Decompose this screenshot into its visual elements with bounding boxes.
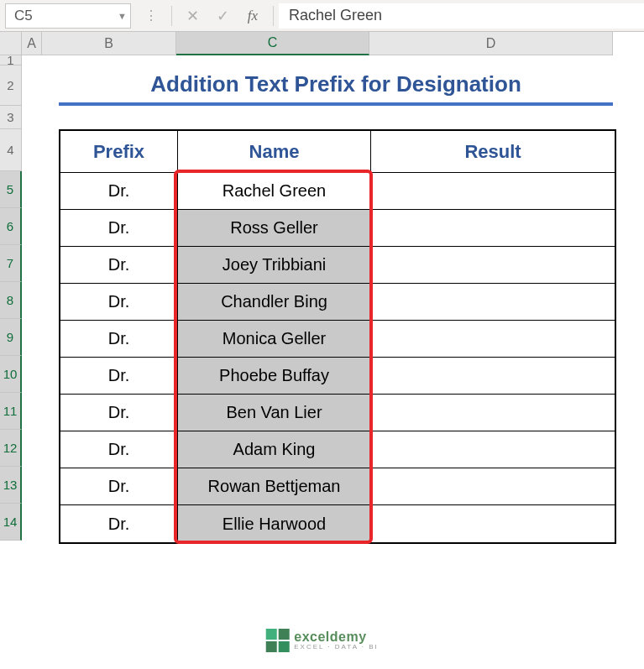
table-row: Dr. Ross Geller (60, 210, 615, 247)
table-row: Dr. Rowan Bettjeman (60, 468, 615, 505)
cell-name[interactable]: Ben Van Lier (178, 395, 371, 431)
row-header-11[interactable]: 11 (0, 393, 22, 430)
cell-result[interactable] (371, 321, 615, 358)
watermark-name: exceldemy (294, 630, 379, 644)
col-header-C[interactable]: C (176, 32, 369, 55)
cell-name[interactable]: Chandler Bing (178, 284, 371, 321)
excel-icon (265, 629, 289, 652)
header-result[interactable]: Result (371, 131, 615, 173)
fx-button[interactable]: fx (238, 8, 268, 24)
row-header-4[interactable]: 4 (0, 129, 22, 171)
chevron-down-icon[interactable]: ▼ (118, 11, 127, 21)
cell-prefix[interactable]: Dr. (60, 173, 178, 210)
table-row: Dr. Adam King (60, 431, 615, 468)
confirm-button[interactable]: ✓ (207, 7, 238, 25)
cell-prefix[interactable]: Dr. (60, 468, 178, 505)
table-row: Dr. Ben Van Lier (60, 395, 615, 431)
cell-result[interactable] (371, 505, 615, 542)
divider (273, 6, 274, 26)
fx-label: fx (248, 8, 258, 24)
watermark-logo: exceldemy EXCEL · DATA · BI (265, 629, 379, 652)
cell-name[interactable]: Adam King (178, 431, 371, 468)
column-headers: A B C D (22, 32, 613, 55)
row-header-8[interactable]: 8 (0, 282, 22, 319)
table-header-row: Prefix Name Result (60, 131, 615, 173)
table-row: Dr. Monica Geller (60, 321, 615, 358)
row-header-6[interactable]: 6 (0, 208, 22, 245)
row-header-10[interactable]: 10 (0, 356, 22, 393)
check-icon: ✓ (217, 8, 229, 24)
formula-bar: C5 ▼ ⋮ ✕ ✓ fx Rachel Green (0, 0, 644, 32)
table-row: Dr. Rachel Green (60, 173, 615, 210)
cell-name[interactable]: Monica Geller (178, 321, 371, 358)
select-all-corner[interactable] (0, 32, 22, 55)
formula-input[interactable]: Rachel Green (279, 3, 644, 29)
cell-result[interactable] (371, 358, 615, 395)
cell-result[interactable] (371, 247, 615, 284)
header-name[interactable]: Name (178, 131, 371, 173)
cell-prefix[interactable]: Dr. (60, 284, 178, 321)
cell-prefix[interactable]: Dr. (60, 358, 178, 395)
cell-prefix[interactable]: Dr. (60, 210, 178, 247)
row-header-1[interactable]: 1 (0, 55, 22, 65)
name-box[interactable]: C5 ▼ (5, 3, 131, 29)
cell-area[interactable]: Addition Text Prefix for Designation Pre… (22, 55, 613, 541)
cell-prefix[interactable]: Dr. (60, 247, 178, 284)
row-header-3[interactable]: 3 (0, 106, 22, 129)
watermark-tagline: EXCEL · DATA · BI (294, 644, 379, 651)
cancel-button[interactable]: ✕ (177, 7, 207, 25)
row-header-7[interactable]: 7 (0, 245, 22, 282)
cell-name[interactable]: Joey Tribbiani (178, 247, 371, 284)
cell-name[interactable]: Rowan Bettjeman (178, 468, 371, 505)
cell-name[interactable]: Ross Geller (178, 210, 371, 247)
cell-prefix[interactable]: Dr. (60, 321, 178, 358)
table-row: Dr. Chandler Bing (60, 284, 615, 321)
cell-name[interactable]: Phoebe Buffay (178, 358, 371, 395)
cell-result[interactable] (371, 210, 615, 247)
cell-prefix[interactable]: Dr. (60, 395, 178, 431)
cell-name[interactable]: Ellie Harwood (178, 505, 371, 542)
cell-result[interactable] (371, 173, 615, 210)
header-prefix[interactable]: Prefix (60, 131, 178, 173)
cell-prefix[interactable]: Dr. (60, 505, 178, 542)
table-row: Dr. Phoebe Buffay (60, 358, 615, 395)
col-header-D[interactable]: D (369, 32, 613, 55)
row-header-14[interactable]: 14 (0, 504, 22, 541)
row-header-9[interactable]: 9 (0, 319, 22, 356)
data-table: Prefix Name Result Dr. Rachel Green Dr. … (59, 129, 616, 544)
table-row: Dr. Joey Tribbiani (60, 247, 615, 284)
cell-result[interactable] (371, 468, 615, 505)
row-header-13[interactable]: 13 (0, 467, 22, 504)
close-icon: ✕ (186, 8, 199, 24)
row-header-2[interactable]: 2 (0, 65, 22, 106)
row-header-5[interactable]: 5 (0, 171, 22, 208)
cell-result[interactable] (371, 395, 615, 431)
cell-name[interactable]: Rachel Green (178, 173, 371, 210)
cell-result[interactable] (371, 284, 615, 321)
col-header-A[interactable]: A (22, 32, 42, 55)
spreadsheet-grid: A B C D 1 2 3 4 5 6 7 8 9 10 11 12 13 14 (0, 32, 644, 610)
sheet-title: Addition Text Prefix for Designation (59, 65, 613, 106)
cell-reference: C5 (14, 8, 33, 24)
row-header-12[interactable]: 12 (0, 430, 22, 467)
vertical-dots-icon: ⋮ (136, 8, 166, 24)
divider (171, 6, 172, 26)
col-header-B[interactable]: B (42, 32, 176, 55)
cell-result[interactable] (371, 431, 615, 468)
formula-value: Rachel Green (289, 7, 382, 24)
table-row: Dr. Ellie Harwood (60, 505, 615, 542)
cell-prefix[interactable]: Dr. (60, 431, 178, 468)
row-headers: 1 2 3 4 5 6 7 8 9 10 11 12 13 14 (0, 55, 22, 541)
